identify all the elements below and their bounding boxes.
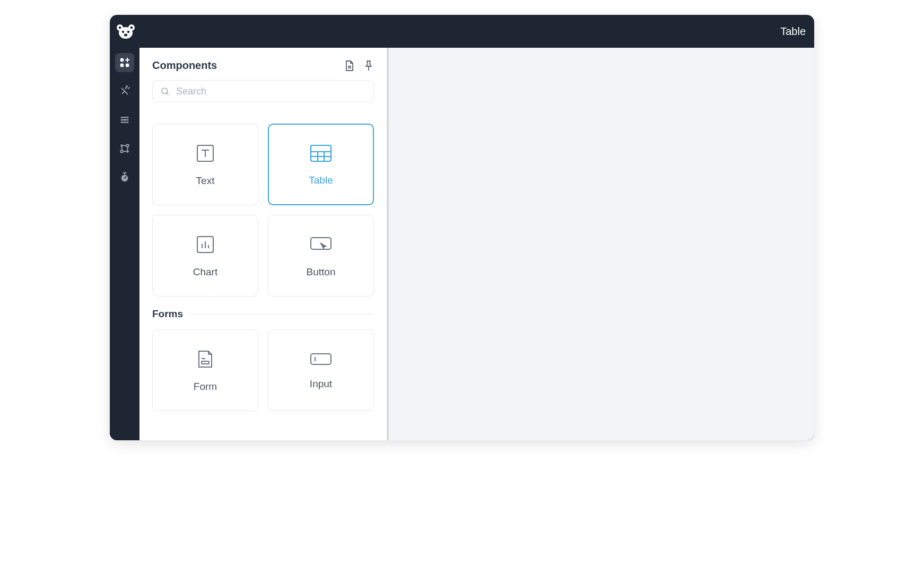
form-icon [195,348,216,370]
svg-point-19 [126,144,129,147]
card-label: Table [309,175,333,186]
page-title: Table [780,25,806,38]
input-icon [308,351,334,368]
component-card-text[interactable]: Text [152,124,258,205]
section-forms-header: Forms [140,297,387,326]
rail-timer-button[interactable] [115,168,134,187]
svg-point-4 [130,27,133,29]
top-header: Table [110,15,814,48]
svg-point-21 [126,150,129,153]
panel-header: Components [140,48,387,80]
component-card-button[interactable]: Button [268,215,374,297]
nav-rail [110,48,140,440]
app-window: Table [110,15,814,440]
workflow-icon [119,143,130,154]
svg-point-5 [122,31,124,33]
card-label: Chart [193,266,217,278]
panel-title: Components [152,59,217,72]
svg-point-18 [120,144,123,147]
svg-rect-50 [311,354,331,364]
button-icon [308,233,334,256]
rail-components-button[interactable] [115,53,134,72]
svg-rect-38 [311,145,331,161]
chart-icon [194,233,216,256]
card-label: Button [307,266,336,278]
svg-rect-8 [120,58,124,62]
svg-line-34 [167,93,169,95]
component-card-input[interactable]: Input [268,329,374,411]
rail-list-button[interactable] [115,110,134,129]
stopwatch-icon [119,171,130,183]
divider-line [189,314,374,315]
component-card-table[interactable]: Table [268,124,374,205]
svg-rect-9 [120,64,124,67]
page-icon [344,60,355,72]
search-input[interactable] [175,85,366,98]
pin-button[interactable] [363,60,374,72]
logo [116,23,135,39]
card-label: Text [196,175,215,187]
svg-point-2 [119,27,133,39]
search-input-wrap[interactable] [152,80,374,102]
list-icon [119,114,130,126]
koala-logo-icon [116,23,135,39]
component-cards: Text Table [140,113,387,297]
forms-cards: Form Input [140,326,387,411]
rail-integrations-button[interactable] [115,82,134,101]
svg-point-20 [120,150,123,153]
svg-point-3 [119,27,121,29]
components-panel: Components [140,48,389,440]
table-icon [309,143,333,164]
svg-line-14 [128,88,129,89]
plug-icon [119,85,130,97]
rail-workflow-button[interactable] [115,139,134,158]
text-icon [194,142,216,164]
svg-rect-10 [126,64,129,67]
component-card-chart[interactable]: Chart [152,215,258,297]
search-icon [160,86,170,96]
grid-plus-icon [119,57,130,68]
section-label: Forms [152,308,183,320]
svg-point-6 [127,31,129,33]
page-icon-button[interactable] [344,60,355,72]
svg-rect-49 [202,361,209,364]
svg-point-7 [124,34,127,37]
svg-point-33 [162,88,168,94]
card-label: Form [194,381,217,393]
card-label: Input [310,378,332,390]
pin-icon [363,60,374,72]
component-card-form[interactable]: Form [152,329,258,411]
canvas[interactable] [389,48,814,440]
